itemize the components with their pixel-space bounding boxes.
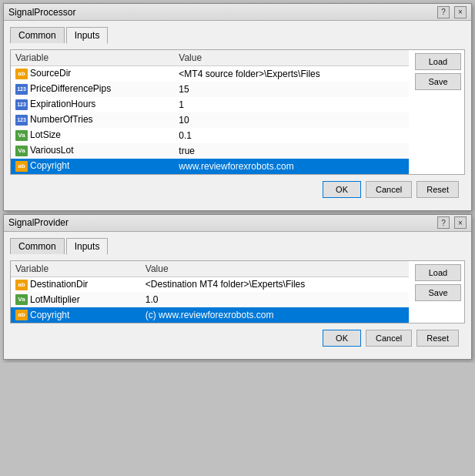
ok-button-1[interactable]: OK [323,181,361,198]
table-row[interactable]: 123NumberOfTries 10 [11,112,409,128]
save-button-1[interactable]: Save [415,73,461,90]
table-row[interactable]: VaLotMultiplier 1.0 [11,292,409,307]
content-area-2: Variable Value abDestinationDir <Destina… [10,260,465,324]
icon-va: Va [15,294,28,305]
icon-123: 123 [15,99,28,110]
col-value-1: Value [174,50,409,66]
icon-123: 123 [15,115,28,126]
load-button-1[interactable]: Load [415,53,461,70]
reset-button-2[interactable]: Reset [416,330,459,347]
close-button-2[interactable]: × [454,216,467,229]
var-cell: abCopyright [11,307,141,323]
table-row[interactable]: VaVariousLot true [11,143,409,159]
table-row[interactable]: abCopyright www.reviewforexrobots.com [11,159,409,174]
table-row[interactable]: 123PriceDifferencePips 15 [11,82,409,97]
col-variable-2: Variable [11,261,141,277]
title-bar-2: SignalProvider ? × [4,215,471,232]
val-cell: <Destination MT4 folder>\Experts\Files [141,277,409,292]
icon-va: Va [15,130,28,141]
val-cell: 10 [174,112,409,128]
val-cell: true [174,143,409,159]
table-row[interactable]: abDestinationDir <Destination MT4 folder… [11,277,409,292]
val-cell: <MT4 source folder>\Experts\Files [174,66,409,82]
reset-button-1[interactable]: Reset [416,181,459,198]
table-header-row-2: Variable Value [11,261,409,277]
icon-va: Va [15,146,28,156]
tab2-common[interactable]: Common [10,238,65,254]
var-cell: abDestinationDir [11,277,141,292]
variables-table-1: Variable Value abSourceDir <MT4 source f… [11,50,409,174]
var-cell: abSourceDir [11,66,174,82]
val-cell: www.reviewforexrobots.com [174,159,409,174]
title-bar-right-2: ? × [437,216,467,229]
title-bar-right-1: ? × [437,6,467,18]
val-cell: 15 [174,82,409,97]
table-header-row-1: Variable Value [11,50,409,66]
var-cell: 123NumberOfTries [11,112,174,128]
dialog2-title: SignalProvider [8,217,69,228]
table-row[interactable]: abSourceDir <MT4 source folder>\Experts\… [11,66,409,82]
side-buttons-2: Load Save [412,261,464,323]
icon-ab: ab [15,310,28,320]
close-button-1[interactable]: × [454,6,467,18]
ok-button-2[interactable]: OK [323,330,361,347]
var-cell: 123PriceDifferencePips [11,82,174,97]
help-button-2[interactable]: ? [437,216,450,229]
title-bar-1: SignalProcessor ? × [4,4,471,21]
table-row[interactable]: VaLotSize 0.1 [11,128,409,143]
col-variable-1: Variable [11,50,174,66]
icon-123: 123 [15,84,28,95]
tabs-2: Common Inputs [10,238,465,254]
title-bar-left-2: SignalProvider [8,217,69,228]
content-area-1: Variable Value abSourceDir <MT4 source f… [10,49,465,175]
icon-ab: ab [15,161,28,172]
dialog2-body: Common Inputs Variable Value ab [4,232,471,360]
var-cell: VaLotMultiplier [11,292,141,307]
val-cell: (c) www.reviewforexrobots.com [141,307,409,323]
cancel-button-2[interactable]: Cancel [366,330,412,347]
bottom-buttons-2: OK Cancel Reset [10,323,465,353]
icon-ab: ab [15,280,28,290]
col-value-2: Value [141,261,409,277]
val-cell: 0.1 [174,128,409,143]
var-cell: abCopyright [11,159,174,174]
dialog1-title: SignalProcessor [8,7,75,18]
val-cell: 1 [174,97,409,112]
table-container-2: Variable Value abDestinationDir <Destina… [11,261,409,323]
var-cell: 123ExpirationHours [11,97,174,112]
signal-processor-dialog: SignalProcessor ? × Common Inputs Variab… [3,3,472,211]
save-button-2[interactable]: Save [415,284,461,301]
val-cell: 1.0 [141,292,409,307]
tab1-common[interactable]: Common [10,27,65,43]
tab2-inputs[interactable]: Inputs [66,238,109,255]
side-buttons-1: Load Save [412,50,464,174]
bottom-buttons-1: OK Cancel Reset [10,175,465,204]
tabs-1: Common Inputs [10,27,465,43]
tab1-inputs[interactable]: Inputs [66,27,109,44]
signal-provider-dialog: SignalProvider ? × Common Inputs Variabl… [3,214,472,360]
table-row[interactable]: 123ExpirationHours 1 [11,97,409,112]
table-body-1: abSourceDir <MT4 source folder>\Experts\… [11,66,409,174]
table-row[interactable]: abCopyright (c) www.reviewforexrobots.co… [11,307,409,323]
var-cell: VaVariousLot [11,143,174,159]
table-body-2: abDestinationDir <Destination MT4 folder… [11,277,409,323]
help-button-1[interactable]: ? [437,6,450,18]
icon-ab: ab [15,69,28,79]
cancel-button-1[interactable]: Cancel [366,181,412,198]
dialog1-body: Common Inputs Variable Value ab [4,21,471,210]
var-cell: VaLotSize [11,128,174,143]
variables-table-2: Variable Value abDestinationDir <Destina… [11,261,409,323]
load-button-2[interactable]: Load [415,264,461,281]
title-bar-left-1: SignalProcessor [8,7,75,18]
table-container-1: Variable Value abSourceDir <MT4 source f… [11,50,409,174]
